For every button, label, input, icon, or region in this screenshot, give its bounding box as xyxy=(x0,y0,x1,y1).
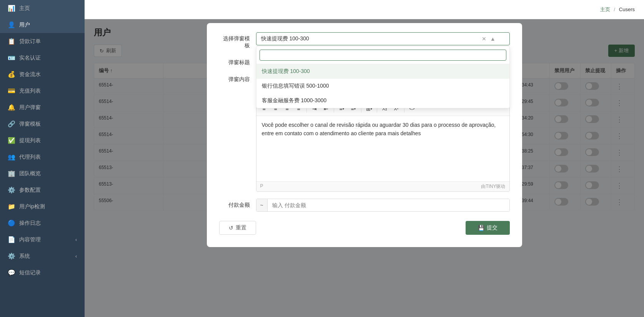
template-icon: 🔗 xyxy=(8,120,15,128)
amount-input[interactable] xyxy=(268,199,509,211)
sidebar-item-content[interactable]: 📄 内容管理 ‹ xyxy=(0,231,85,248)
dashboard-icon: 📊 xyxy=(8,5,15,12)
sidebar-item-params[interactable]: ⚙️ 参数配置 xyxy=(0,182,85,198)
clear-icon[interactable]: ✕ xyxy=(482,36,486,42)
sidebar-item-withdrawal[interactable]: ✅ 提现列表 xyxy=(0,132,85,149)
recharge-icon: 💳 xyxy=(8,87,15,95)
topbar: 主页 / Cusers xyxy=(85,0,644,19)
sidebar-item-users[interactable]: 👤 用户 xyxy=(0,17,85,33)
popup-icon: 🔔 xyxy=(8,104,15,111)
modal-footer: ↺ 重置 💾 提交 xyxy=(219,221,510,235)
system-icon: ⚙️ xyxy=(8,252,15,260)
select-template-row: 选择弹窗模板 快速提现费 100-300 ✕ ▲ xyxy=(219,32,510,49)
breadcrumb: 主页 / Cusers xyxy=(600,6,635,13)
dropdown-item-2[interactable]: 银行信息填写错误 500-1000 xyxy=(256,79,509,93)
dropdown-item-1[interactable]: 快速提现费 100-300 xyxy=(256,64,509,79)
sidebar-item-popup-template[interactable]: 🔗 弹窗模板 xyxy=(0,116,85,132)
sidebar-item-realname[interactable]: 🪪 实名认证 xyxy=(0,50,85,66)
reset-icon: ↺ xyxy=(229,225,233,231)
page-area: 用户 ↻ 刷新 + 新增 编号 ↑ 时间 ↑ 禁用用户 禁止提现 操作 6551… xyxy=(85,19,644,317)
popup-title-label: 弹窗标题 xyxy=(219,56,250,66)
chevron-down-icon: ‹ xyxy=(75,237,77,242)
payment-amount-label: 付款金额 xyxy=(219,199,250,209)
sidebar-item-sms[interactable]: 💬 短信记录 xyxy=(0,264,85,281)
sidebar-item-team[interactable]: 🏢 团队概览 xyxy=(0,165,85,182)
template-select-display[interactable]: 快速提现费 100-300 ✕ ▲ xyxy=(256,32,510,45)
realname-icon: 🪪 xyxy=(8,54,15,61)
dropdown-list: 快速提现费 100-300 银行信息填写错误 500-1000 客服金融服务费 … xyxy=(256,46,510,108)
amount-prefix: ~ xyxy=(256,199,268,211)
modal-overlay: 选择弹窗模板 快速提现费 100-300 ✕ ▲ xyxy=(85,19,644,317)
submit-icon: 💾 xyxy=(478,225,484,231)
home-link[interactable]: 主页 xyxy=(600,7,610,12)
template-select-control: 快速提现费 100-300 ✕ ▲ xyxy=(256,32,510,45)
sidebar-item-agent[interactable]: 👥 代理列表 xyxy=(0,149,85,165)
submit-button[interactable]: 💾 提交 xyxy=(466,221,510,235)
template-select-wrapper: 快速提现费 100-300 ✕ ▲ xyxy=(256,32,510,45)
amount-input-wrapper: ~ xyxy=(256,199,510,212)
main-content: 主页 / Cusers 用户 ↻ 刷新 + 新增 编号 ↑ 时间 ↑ 禁用用户 … xyxy=(85,0,644,317)
loan-icon: 📋 xyxy=(8,38,15,45)
dropdown-search-input[interactable] xyxy=(260,50,506,61)
chevron-down-icon: ‹ xyxy=(75,254,77,259)
dropdown-search xyxy=(256,46,509,64)
sidebar: 📊 主页 👤 用户 📋 贷款订单 🪪 实名认证 💰 资金流水 💳 充值列表 🔔 … xyxy=(0,0,85,317)
sidebar-item-dashboard[interactable]: 📊 主页 xyxy=(0,0,85,17)
sidebar-item-op-log[interactable]: 🔵 操作日志 xyxy=(0,215,85,231)
fund-icon: 💰 xyxy=(8,71,15,78)
reset-button[interactable]: ↺ 重置 xyxy=(219,221,256,235)
sidebar-item-user-ip[interactable]: 📁 用户ip检测 xyxy=(0,198,85,215)
withdrawal-icon: ✅ xyxy=(8,137,15,144)
editor-content-area[interactable]: Você pode escolher o canal de revisão rá… xyxy=(256,116,509,181)
editor-powered: 由TINY驱动 xyxy=(481,183,505,190)
sidebar-item-recharge[interactable]: 💳 充值列表 xyxy=(0,83,85,99)
team-icon: 🏢 xyxy=(8,170,15,177)
breadcrumb-current: Cusers xyxy=(619,7,635,12)
dropdown-arrow-icon: ▲ xyxy=(490,36,496,42)
editor-tag: P xyxy=(260,183,263,190)
sidebar-item-fund-flow[interactable]: 💰 资金流水 xyxy=(0,66,85,83)
params-icon: ⚙️ xyxy=(8,186,15,194)
payment-amount-row: 付款金额 ~ xyxy=(219,199,510,212)
agent-icon: 👥 xyxy=(8,153,15,161)
sms-icon: 💬 xyxy=(8,269,15,276)
content-icon: 📄 xyxy=(8,236,15,243)
editor-footer: P 由TINY驱动 xyxy=(256,181,509,191)
select-template-label: 选择弹窗模板 xyxy=(219,32,250,49)
selected-value: 快速提现费 100-300 xyxy=(261,35,309,42)
breadcrumb-separator: / xyxy=(614,7,616,12)
users-icon: 👤 xyxy=(8,21,15,28)
log-icon: 🔵 xyxy=(8,219,15,227)
popup-content-label: 弹窗内容 xyxy=(219,73,250,83)
dropdown-item-3[interactable]: 客服金融服务费 1000-3000 xyxy=(256,93,509,108)
sidebar-item-loan-orders[interactable]: 📋 贷款订单 xyxy=(0,33,85,50)
sidebar-item-system[interactable]: ⚙️ 系统 ‹ xyxy=(0,248,85,264)
payment-amount-control: ~ xyxy=(256,199,510,212)
ip-icon: 📁 xyxy=(8,203,15,210)
sidebar-item-user-popup[interactable]: 🔔 用户弹窗 xyxy=(0,99,85,116)
modal-dialog: 选择弹窗模板 快速提现费 100-300 ✕ ▲ xyxy=(207,23,522,247)
